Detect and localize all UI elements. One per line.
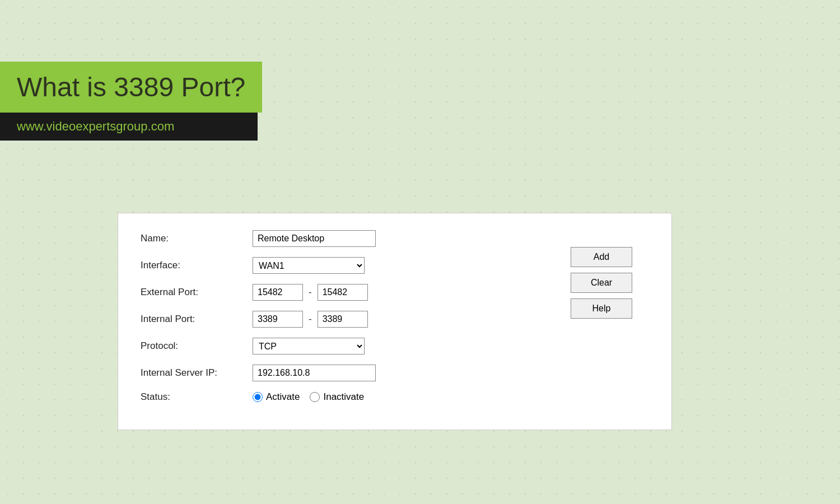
protocol-control: TCP UDP Both [253,338,365,354]
name-row: Name: [141,230,649,247]
add-button[interactable]: Add [571,247,632,267]
status-activate-item: Activate [253,391,300,403]
title-box: What is 3389 Port? [0,62,262,113]
status-row: Status: Activate Inactivate [141,391,649,403]
help-button[interactable]: Help [571,298,632,319]
internal-port-from-input[interactable] [253,311,303,328]
url-text: www.videoexpertsgroup.com [17,119,174,133]
status-control: Activate Inactivate [253,391,364,403]
form-panel: Name: Interface: WAN1 WAN2 LAN External … [118,213,672,430]
internal-server-ip-control [253,365,376,381]
external-port-to-input[interactable] [318,284,368,301]
internal-server-ip-label: Internal Server IP: [141,367,253,379]
url-box: www.videoexpertsgroup.com [0,113,258,141]
clear-button[interactable]: Clear [571,273,632,293]
status-label: Status: [141,391,253,403]
protocol-select[interactable]: TCP UDP Both [253,338,365,354]
protocol-label: Protocol: [141,340,253,352]
protocol-row: Protocol: TCP UDP Both [141,338,649,354]
status-inactivate-label: Inactivate [323,391,364,403]
interface-select[interactable]: WAN1 WAN2 LAN [253,257,365,274]
interface-label: Interface: [141,260,253,271]
interface-control: WAN1 WAN2 LAN [253,257,365,274]
external-port-from-input[interactable] [253,284,303,301]
status-inactivate-radio[interactable] [310,392,320,402]
status-activate-label: Activate [266,391,300,403]
internal-port-to-input[interactable] [318,311,368,328]
internal-server-ip-row: Internal Server IP: [141,365,649,381]
external-port-label: External Port: [141,287,253,298]
name-control [253,230,376,247]
status-activate-radio[interactable] [253,392,263,402]
name-input[interactable] [253,230,376,247]
internal-server-ip-input[interactable] [253,365,376,381]
internal-port-label: Internal Port: [141,314,253,325]
status-inactivate-item: Inactivate [310,391,364,403]
page-title: What is 3389 Port? [17,72,245,102]
name-label: Name: [141,233,253,244]
external-port-dash: - [306,287,314,298]
internal-port-dash: - [306,314,314,325]
internal-port-control: - [253,311,368,328]
external-port-control: - [253,284,368,301]
button-group: Add Clear Help [571,247,632,319]
top-left-banner: What is 3389 Port? www.videoexpertsgroup… [0,62,297,141]
